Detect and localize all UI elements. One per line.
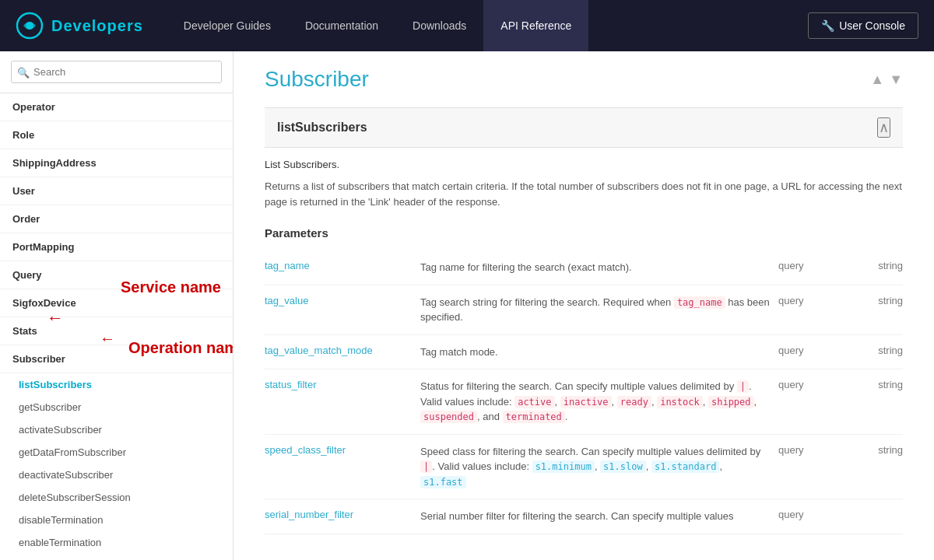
param-row-serial-number-filter: serial_number_filter Serial number filte… (265, 499, 903, 534)
param-location-serial-number-filter: query (778, 509, 841, 520)
param-row-tag-value-match-mode: tag_value_match_mode Tag match mode. que… (265, 335, 903, 370)
inline-instock: instock (657, 396, 703, 408)
user-console-label: User Console (839, 19, 905, 32)
nav-downloads[interactable]: Downloads (395, 0, 483, 51)
inline-active: active (514, 396, 554, 408)
section-short-desc: List Subscribers. (265, 157, 903, 173)
main-content: Subscriber ▲ ▼ listSubscribers ∧ List Su… (234, 51, 934, 560)
param-type-tag-value: string (841, 295, 903, 306)
inline-s1-minimum: s1.minimum (532, 460, 595, 473)
search-input[interactable] (11, 61, 222, 83)
param-desc-tag-value-match-mode: Tag match mode. (420, 345, 778, 360)
sidebar-item-sigfoxdevice[interactable]: SigfoxDevice (0, 289, 233, 317)
logo-text: Developers (51, 17, 143, 35)
sidebar-item-portmapping[interactable]: PortMapping (0, 233, 233, 261)
inline-code-tag-name: tag_name (674, 296, 725, 309)
sidebar-sub-enabletermination[interactable]: enableTermination (0, 531, 233, 554)
param-type-tag-name: string (841, 260, 903, 271)
section-title: listSubscribers (277, 121, 367, 135)
sidebar: 🔍 Operator Role ShippingAddress User Ord… (0, 51, 234, 560)
inline-pipe-status: | (737, 380, 749, 393)
param-desc-speed-class-filter: Speed class for filtering the search. Ca… (420, 444, 778, 490)
param-desc-tag-name: Tag name for filtering the search (exact… (420, 260, 778, 275)
svg-point-1 (26, 22, 33, 30)
param-location-tag-value: query (778, 295, 841, 306)
param-name-tag-value: tag_value (265, 295, 420, 306)
param-type-status-filter: string (841, 379, 903, 390)
sidebar-item-user[interactable]: User (0, 177, 233, 205)
nav-developer-guides[interactable]: Developer Guides (167, 0, 288, 51)
sidebar-sub-deletesubscribersession[interactable]: deleteSubscriberSession (0, 486, 233, 509)
inline-terminated: terminated (503, 411, 565, 423)
param-row-status-filter: status_filter Status for filtering the s… (265, 369, 903, 435)
param-row-tag-name: tag_name Tag name for filtering the sear… (265, 250, 903, 285)
param-desc-tag-value: Tag search string for filtering the sear… (420, 295, 778, 325)
sidebar-item-stats[interactable]: Stats (0, 317, 233, 345)
sidebar-sub-deactivatesubscriber[interactable]: deactivateSubscriber (0, 464, 233, 486)
param-name-tag-value-match-mode: tag_value_match_mode (265, 345, 420, 356)
param-name-status-filter: status_filter (265, 379, 420, 390)
sidebar-item-role[interactable]: Role (0, 121, 233, 149)
inline-s1-slow: s1.slow (600, 460, 646, 473)
inline-ready: ready (617, 396, 651, 408)
param-location-speed-class-filter: query (778, 444, 841, 456)
nav-arrows: ▲ ▼ (870, 72, 903, 88)
inline-suspended: suspended (420, 411, 477, 423)
param-location-tag-value-match-mode: query (778, 345, 841, 356)
user-console-button[interactable]: 🔧 User Console (808, 12, 918, 39)
section-long-desc: Returns a list of subscribers that match… (265, 179, 903, 212)
nav-links: Developer Guides Documentation Downloads… (167, 0, 808, 51)
prev-arrow-button[interactable]: ▲ (870, 72, 884, 88)
search-icon: 🔍 (17, 66, 30, 78)
param-name-speed-class-filter: speed_class_filter (265, 444, 420, 456)
sidebar-item-operator[interactable]: Operator (0, 93, 233, 121)
params-header: Parameters (265, 226, 903, 240)
inline-s1-standard: s1.standard (651, 460, 719, 473)
wrench-icon: 🔧 (821, 19, 834, 32)
sidebar-sub-activatesubscriber[interactable]: activateSubscriber (0, 418, 233, 441)
nav-documentation[interactable]: Documentation (288, 0, 395, 51)
content-header: Subscriber ▲ ▼ (265, 67, 903, 92)
inline-shipped: shipped (708, 396, 754, 408)
param-row-tag-value: tag_value Tag search string for filterin… (265, 285, 903, 335)
section-collapse-button[interactable]: ∧ (877, 117, 890, 138)
sidebar-sub-getsubscriber[interactable]: getSubscriber (0, 396, 233, 418)
logo-icon (16, 12, 44, 40)
param-type-speed-class-filter: string (841, 444, 903, 456)
inline-s1-fast: s1.fast (420, 476, 466, 488)
param-name-tag-name: tag_name (265, 260, 420, 271)
page-title: Subscriber (265, 67, 369, 92)
param-row-speed-class-filter: speed_class_filter Speed class for filte… (265, 435, 903, 500)
main-layout: 🔍 Operator Role ShippingAddress User Ord… (0, 51, 934, 560)
top-navigation: Developers Developer Guides Documentatio… (0, 0, 934, 51)
sidebar-sub-listsubscribers[interactable]: listSubscribers (0, 373, 233, 396)
sidebar-item-shippingaddress[interactable]: ShippingAddress (0, 149, 233, 177)
param-location-tag-name: query (778, 260, 841, 271)
next-arrow-button[interactable]: ▼ (889, 72, 903, 88)
inline-inactive: inactive (560, 396, 612, 408)
nav-api-reference[interactable]: API Reference (483, 0, 588, 51)
sidebar-sub-disabletermination[interactable]: disableTermination (0, 509, 233, 531)
param-desc-status-filter: Status for filtering the search. Can spe… (420, 379, 778, 425)
param-location-status-filter: query (778, 379, 841, 390)
param-desc-serial-number-filter: Serial number filter for filtering the s… (420, 509, 778, 524)
sidebar-item-query[interactable]: Query (0, 261, 233, 289)
param-type-tag-value-match-mode: string (841, 345, 903, 356)
param-name-serial-number-filter: serial_number_filter (265, 509, 420, 520)
sidebar-sub-listsessionevents[interactable]: listSessionEvents (0, 554, 233, 560)
sidebar-item-order[interactable]: Order (0, 205, 233, 233)
inline-pipe-speed: | (420, 460, 432, 473)
logo-area: Developers (16, 12, 143, 40)
sidebar-item-subscriber[interactable]: Subscriber (0, 345, 233, 373)
search-box: 🔍 (0, 51, 233, 93)
sidebar-sub-getdatafromsubscriber[interactable]: getDataFromSubscriber (0, 441, 233, 464)
section-header: listSubscribers ∧ (265, 107, 903, 148)
